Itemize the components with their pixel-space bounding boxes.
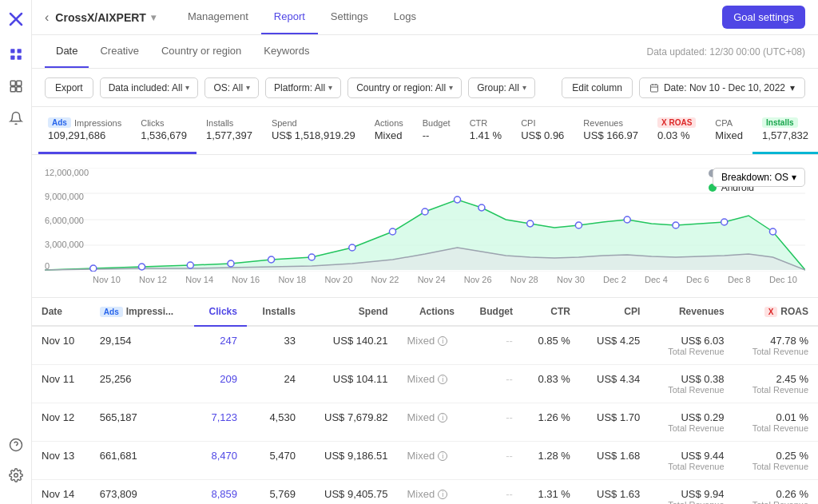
export-button[interactable]: Export — [45, 77, 93, 98]
metric-cpa[interactable]: CPA Mixed — [705, 107, 752, 154]
col-impressions[interactable]: Ads Impressi... — [90, 298, 194, 326]
cell-budget: -- — [464, 403, 522, 442]
sub-tab-keywords[interactable]: Keywords — [252, 35, 320, 68]
datapoint[interactable] — [349, 244, 355, 251]
cell-impressions: 661,681 — [90, 442, 194, 480]
cell-installs: 5,470 — [247, 442, 305, 480]
goal-settings-button[interactable]: Goal settings — [722, 6, 805, 29]
metric-ctr-value: 1.41 % — [470, 129, 502, 141]
nav-tab-settings[interactable]: Settings — [318, 0, 381, 34]
col-date[interactable]: Date — [32, 298, 90, 326]
brand-name: CrossX/AIXPERT — [55, 11, 146, 24]
datapoint[interactable] — [308, 254, 315, 260]
metric-installs2[interactable]: Installs 1,577,832 — [752, 107, 818, 154]
y-axis-label-9m: 9,000,000 — [45, 192, 84, 201]
datapoint[interactable] — [673, 222, 679, 228]
cell-spend: US$ 9,405.75 — [305, 480, 398, 505]
cell-actions: Mixed i — [398, 403, 464, 442]
cell-cpi: US$ 1.63 — [580, 480, 649, 505]
breakdown-button[interactable]: Breakdown: OS ▾ — [713, 168, 805, 187]
cell-date: Nov 10 — [32, 326, 90, 365]
metric-spend[interactable]: Spend US$ 1,518,919.29 — [262, 107, 365, 154]
filter-country[interactable]: Country or region: All ▾ — [347, 77, 462, 98]
col-budget[interactable]: Budget — [464, 298, 522, 326]
svg-rect-0 — [10, 49, 14, 53]
top-nav: ‹ CrossX/AIXPERT ▾ Management Report Set… — [32, 0, 818, 35]
metric-clicks[interactable]: Clicks 1,536,679 — [131, 107, 197, 154]
datapoint[interactable] — [454, 196, 460, 203]
filter-platform[interactable]: Platform: All ▾ — [265, 77, 341, 98]
metric-cpi[interactable]: CPI US$ 0.96 — [511, 107, 574, 154]
metric-impressions[interactable]: Ads Impressions 109,291,686 — [38, 107, 131, 154]
cell-ctr: 1.26 % — [522, 403, 580, 442]
svg-rect-4 — [10, 81, 15, 85]
chevron-down-icon: ▾ — [328, 83, 332, 92]
datapoint[interactable] — [527, 220, 534, 227]
col-roas[interactable]: X ROAS — [734, 298, 818, 326]
metric-actions[interactable]: Actions Mixed — [365, 107, 413, 154]
nav-tab-logs[interactable]: Logs — [381, 0, 429, 34]
datapoint[interactable] — [478, 204, 485, 211]
metric-installs[interactable]: Installs 1,577,397 — [197, 107, 262, 154]
filter-group[interactable]: Group: All ▾ — [468, 77, 535, 98]
cell-clicks: 209 — [194, 365, 247, 403]
datapoint[interactable] — [389, 228, 395, 235]
x-label: Nov 22 — [371, 275, 399, 284]
x-label: Dec 8 — [728, 275, 751, 284]
datapoint[interactable] — [721, 219, 728, 225]
brand-chevron: ▾ — [151, 12, 156, 23]
col-installs[interactable]: Installs — [247, 298, 305, 326]
datapoint[interactable] — [769, 228, 776, 235]
metric-cpi-value: US$ 0.96 — [521, 129, 564, 141]
datapoint[interactable] — [138, 264, 145, 270]
edit-column-button[interactable]: Edit column — [562, 77, 633, 98]
cell-revenues: US$ 0.38Total Revenue — [649, 365, 733, 403]
filter-os[interactable]: OS: All ▾ — [204, 77, 259, 98]
cell-installs: 24 — [247, 365, 305, 403]
chevron-down-icon: ▾ — [792, 172, 796, 183]
metric-actions-value: Mixed — [375, 129, 403, 141]
cell-ctr: 0.85 % — [522, 326, 580, 365]
sub-tab-date[interactable]: Date — [45, 35, 89, 68]
cell-budget: -- — [464, 480, 522, 505]
sub-tab-country[interactable]: Country or region — [150, 35, 252, 68]
datapoint[interactable] — [268, 256, 275, 263]
table-row: Nov 10 29,154 247 33 US$ 140.21 Mixed i … — [32, 326, 818, 365]
datapoint[interactable] — [187, 262, 193, 268]
sidebar-item-help[interactable] — [2, 431, 30, 459]
col-revenues[interactable]: Revenues — [649, 298, 733, 326]
chart-area: iOS Android Breakdown: OS ▾ — [32, 155, 818, 298]
sub-tab-creative[interactable]: Creative — [89, 35, 149, 68]
metric-ctr[interactable]: CTR 1.41 % — [460, 107, 511, 154]
x-label: Nov 10 — [93, 275, 121, 284]
cell-clicks: 7,123 — [194, 403, 247, 442]
y-axis-label-6m: 6,000,000 — [45, 216, 84, 225]
filter-data-included[interactable]: Data included: All ▾ — [100, 77, 199, 98]
date-range-button[interactable]: Date: Nov 10 - Dec 10, 2022 ▾ — [639, 77, 805, 98]
datapoint[interactable] — [624, 216, 630, 223]
col-clicks[interactable]: Clicks — [194, 298, 247, 326]
datapoint[interactable] — [90, 265, 97, 272]
datapoint[interactable] — [422, 208, 428, 215]
sidebar-item-apps[interactable] — [2, 72, 30, 101]
metric-roas[interactable]: X ROAS 0.03 % — [648, 107, 705, 154]
metric-revenues[interactable]: Revenues US$ 166.97 — [574, 107, 648, 154]
nav-back-button[interactable]: ‹ — [45, 10, 49, 25]
svg-rect-7 — [16, 87, 21, 92]
datapoint[interactable] — [575, 222, 582, 228]
col-actions[interactable]: Actions — [398, 298, 464, 326]
metric-budget[interactable]: Budget -- — [413, 107, 460, 154]
sidebar-item-bell[interactable] — [2, 104, 30, 133]
sidebar-item-grid[interactable] — [2, 40, 30, 69]
col-spend[interactable]: Spend — [305, 298, 398, 326]
col-ctr[interactable]: CTR — [522, 298, 580, 326]
nav-tab-management[interactable]: Management — [175, 0, 261, 34]
col-cpi[interactable]: CPI — [580, 298, 649, 326]
datapoint[interactable] — [228, 260, 234, 267]
x-label: Nov 28 — [510, 275, 538, 284]
x-label: Dec 6 — [686, 275, 709, 284]
cell-revenues: US$ 9.44Total Revenue — [649, 442, 733, 480]
cell-actions: Mixed i — [398, 480, 464, 505]
nav-tab-report[interactable]: Report — [261, 0, 318, 34]
sidebar-item-settings[interactable] — [2, 461, 30, 490]
